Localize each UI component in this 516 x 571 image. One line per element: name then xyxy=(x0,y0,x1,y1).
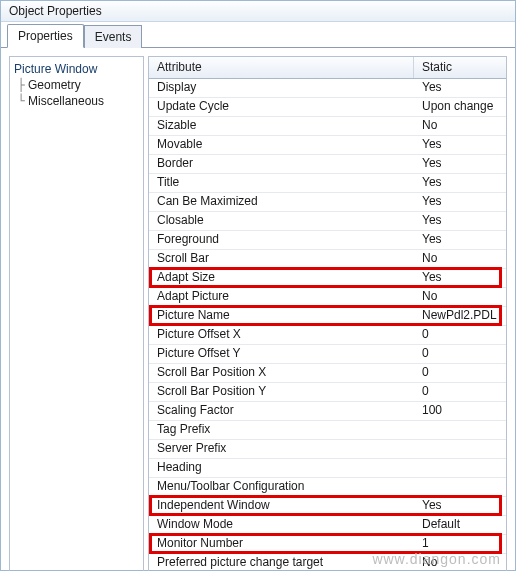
property-attribute-cell: Foreground xyxy=(149,231,414,249)
tree-connector-icon: └ xyxy=(14,94,28,108)
property-static-cell[interactable]: No xyxy=(414,250,506,268)
property-attribute-cell: Adapt Size xyxy=(149,269,414,287)
property-static-cell[interactable] xyxy=(414,478,506,496)
property-row[interactable]: Tag Prefix xyxy=(149,421,506,440)
property-static-cell[interactable]: Upon change xyxy=(414,98,506,116)
property-attribute-cell: Tag Prefix xyxy=(149,421,414,439)
property-attribute-cell: Can Be Maximized xyxy=(149,193,414,211)
object-properties-window: Object Properties Properties Events Pict… xyxy=(0,0,516,571)
tree-item-miscellaneous[interactable]: └Miscellaneous xyxy=(12,93,141,109)
property-attribute-cell: Title xyxy=(149,174,414,192)
column-static-label[interactable]: Static xyxy=(414,57,506,78)
property-static-cell[interactable]: Default xyxy=(414,516,506,534)
property-row[interactable]: Picture NameNewPdl2.PDL xyxy=(149,307,506,326)
watermark-text: www.diangon.com xyxy=(372,551,501,567)
property-static-cell[interactable]: 100 xyxy=(414,402,506,420)
property-static-cell[interactable] xyxy=(414,459,506,477)
property-attribute-cell: Scaling Factor xyxy=(149,402,414,420)
grid-header: Attribute Static xyxy=(149,57,506,79)
property-row[interactable]: Scaling Factor100 xyxy=(149,402,506,421)
tabstrip: Properties Events xyxy=(1,22,515,48)
property-attribute-cell: Closable xyxy=(149,212,414,230)
property-row[interactable]: MovableYes xyxy=(149,136,506,155)
property-attribute-cell: Window Mode xyxy=(149,516,414,534)
property-row[interactable]: Scroll BarNo xyxy=(149,250,506,269)
property-attribute-cell: Picture Offset Y xyxy=(149,345,414,363)
property-attribute-cell: Picture Offset X xyxy=(149,326,414,344)
property-row[interactable]: Adapt SizeYes xyxy=(149,269,506,288)
property-static-cell[interactable]: 0 xyxy=(414,364,506,382)
property-static-cell[interactable] xyxy=(414,421,506,439)
category-tree: Picture Window ├Geometry └Miscellaneous xyxy=(9,56,144,571)
property-static-cell[interactable]: No xyxy=(414,288,506,306)
property-row[interactable]: Server Prefix xyxy=(149,440,506,459)
tree-item-label: Geometry xyxy=(28,78,81,92)
property-row[interactable]: BorderYes xyxy=(149,155,506,174)
tab-properties[interactable]: Properties xyxy=(7,24,84,48)
property-row[interactable]: Scroll Bar Position X0 xyxy=(149,364,506,383)
property-attribute-cell: Scroll Bar Position Y xyxy=(149,383,414,401)
property-row[interactable]: Scroll Bar Position Y0 xyxy=(149,383,506,402)
property-attribute-cell: Scroll Bar xyxy=(149,250,414,268)
properties-panel: Picture Window ├Geometry └Miscellaneous … xyxy=(1,47,515,571)
property-attribute-cell: Server Prefix xyxy=(149,440,414,458)
window-title: Object Properties xyxy=(1,1,515,22)
property-attribute-cell: Menu/Toolbar Configuration xyxy=(149,478,414,496)
property-static-cell[interactable]: Yes xyxy=(414,136,506,154)
property-static-cell[interactable]: Yes xyxy=(414,269,506,287)
property-attribute-cell: Sizable xyxy=(149,117,414,135)
property-static-cell[interactable]: 0 xyxy=(414,345,506,363)
property-static-cell[interactable]: Yes xyxy=(414,497,506,515)
property-row[interactable]: Picture Offset Y0 xyxy=(149,345,506,364)
property-row[interactable]: TitleYes xyxy=(149,174,506,193)
property-static-cell[interactable]: Yes xyxy=(414,231,506,249)
tree-root-label: Picture Window xyxy=(14,62,97,76)
grid-body: DisplayYesUpdate CycleUpon changeSizable… xyxy=(149,79,506,571)
property-static-cell[interactable]: Yes xyxy=(414,79,506,97)
property-row[interactable]: SizableNo xyxy=(149,117,506,136)
property-attribute-cell: Picture Name xyxy=(149,307,414,325)
property-static-cell[interactable]: Yes xyxy=(414,155,506,173)
property-attribute-cell: Scroll Bar Position X xyxy=(149,364,414,382)
property-row[interactable]: DisplayYes xyxy=(149,79,506,98)
tree-connector-icon: ├ xyxy=(14,78,28,92)
property-static-cell[interactable] xyxy=(414,440,506,458)
property-row[interactable]: Update CycleUpon change xyxy=(149,98,506,117)
property-row[interactable]: Can Be MaximizedYes xyxy=(149,193,506,212)
property-static-cell[interactable]: NewPdl2.PDL xyxy=(414,307,506,325)
property-row[interactable]: Picture Offset X0 xyxy=(149,326,506,345)
property-attribute-cell: Independent Window xyxy=(149,497,414,515)
tree-item-geometry[interactable]: ├Geometry xyxy=(12,77,141,93)
property-row[interactable]: ClosableYes xyxy=(149,212,506,231)
property-row[interactable]: Window ModeDefault xyxy=(149,516,506,535)
property-row[interactable]: Heading xyxy=(149,459,506,478)
property-row[interactable]: ForegroundYes xyxy=(149,231,506,250)
property-static-cell[interactable]: Yes xyxy=(414,212,506,230)
tree-item-label: Miscellaneous xyxy=(28,94,104,108)
property-row[interactable]: Adapt PictureNo xyxy=(149,288,506,307)
property-static-cell[interactable]: 0 xyxy=(414,383,506,401)
column-attribute-label[interactable]: Attribute xyxy=(149,57,414,78)
property-static-cell[interactable]: No xyxy=(414,117,506,135)
property-attribute-cell: Movable xyxy=(149,136,414,154)
property-attribute-cell: Heading xyxy=(149,459,414,477)
tab-events[interactable]: Events xyxy=(84,25,143,48)
property-attribute-cell: Adapt Picture xyxy=(149,288,414,306)
property-attribute-cell: Update Cycle xyxy=(149,98,414,116)
property-grid: Attribute Static DisplayYesUpdate CycleU… xyxy=(148,56,507,571)
property-attribute-cell: Display xyxy=(149,79,414,97)
property-static-cell[interactable]: 0 xyxy=(414,326,506,344)
property-row[interactable]: Independent WindowYes xyxy=(149,497,506,516)
tree-root-picture-window[interactable]: Picture Window xyxy=(12,61,141,77)
property-static-cell[interactable]: Yes xyxy=(414,174,506,192)
property-row[interactable]: Menu/Toolbar Configuration xyxy=(149,478,506,497)
property-attribute-cell: Border xyxy=(149,155,414,173)
property-static-cell[interactable]: Yes xyxy=(414,193,506,211)
